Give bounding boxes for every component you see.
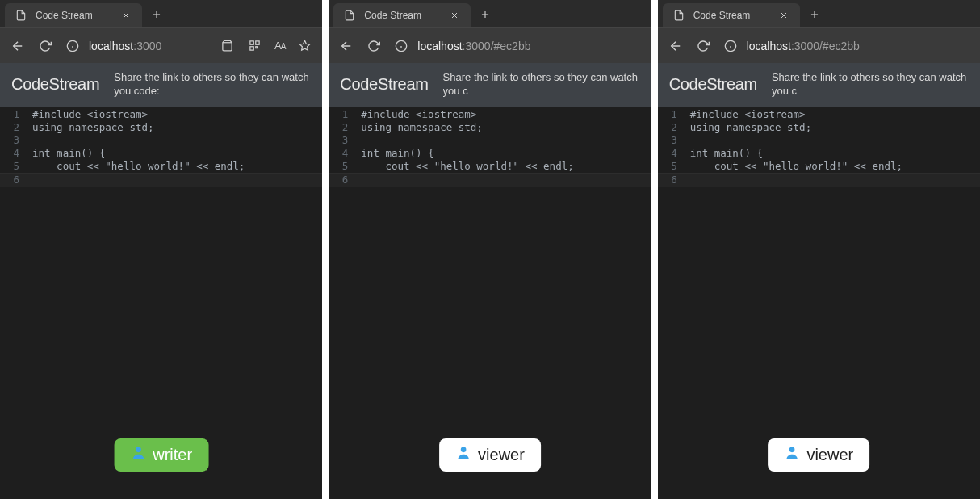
browser-tab[interactable]: Code Stream	[5, 3, 142, 27]
code-text: int main() {	[353, 147, 433, 160]
code-line: 5 cout << "hello world!" << endl;	[329, 160, 651, 173]
url-field[interactable]: localhost:3000	[65, 38, 208, 54]
code-line: 4int main() {	[658, 147, 980, 160]
site-info-icon[interactable]	[722, 38, 739, 54]
tab-bar: Code Stream	[329, 0, 651, 27]
reload-button[interactable]	[366, 38, 382, 54]
new-tab-button[interactable]	[806, 6, 823, 23]
line-number: 2	[329, 121, 353, 134]
address-bar: localhost:3000/#ec2bb AA	[329, 27, 651, 63]
code-line: 3	[329, 134, 651, 147]
line-number: 4	[0, 147, 24, 160]
code-text: #include <iostream>	[682, 108, 806, 121]
reload-button[interactable]	[695, 38, 711, 54]
code-text: int main() {	[24, 147, 105, 160]
line-number: 2	[0, 121, 24, 134]
new-tab-button[interactable]	[477, 6, 493, 23]
favorite-icon[interactable]	[296, 38, 312, 54]
app-tagline: Share the link to others so they can wat…	[114, 71, 311, 99]
new-tab-button[interactable]	[149, 6, 165, 23]
role-badge: writer	[114, 438, 208, 472]
url-host: localhost	[747, 40, 791, 52]
code-text: using namespace std;	[682, 121, 812, 134]
back-button[interactable]	[668, 38, 684, 54]
role-label: viewer	[806, 446, 853, 464]
code-line: 6	[658, 173, 980, 187]
code-line: 3	[0, 134, 322, 147]
role-label: writer	[153, 446, 192, 464]
line-number: 2	[658, 121, 682, 134]
back-button[interactable]	[338, 38, 354, 54]
close-icon[interactable]	[776, 7, 792, 23]
close-icon[interactable]	[118, 7, 134, 23]
browser-tab[interactable]: Code Stream	[333, 3, 471, 27]
code-line: 4int main() {	[329, 147, 651, 160]
code-line: 6	[329, 173, 651, 187]
code-text: cout << "hello world!" << endl;	[682, 160, 903, 173]
person-icon	[455, 445, 471, 465]
code-text: cout << "hello world!" << endl;	[353, 160, 573, 173]
line-number: 6	[0, 174, 24, 187]
file-icon	[671, 7, 687, 23]
code-line: 3	[658, 134, 980, 147]
code-line: 4int main() {	[0, 147, 322, 160]
line-number: 4	[329, 147, 353, 160]
line-number: 3	[329, 134, 353, 147]
browser-tab[interactable]: Code Stream	[663, 3, 800, 27]
file-icon	[13, 7, 29, 23]
address-bar: localhost:3000 AA	[0, 27, 322, 63]
line-number: 6	[329, 174, 353, 187]
url-field[interactable]: localhost:3000/#ec2bb	[722, 38, 970, 54]
code-line: 1#include <iostream>	[329, 108, 651, 121]
app-header: CodeStream Share the link to others so t…	[329, 63, 651, 107]
code-line: 2using namespace std;	[658, 121, 980, 134]
tab-title: Code Stream	[36, 10, 93, 21]
line-number: 5	[329, 160, 353, 173]
app-logo: CodeStream	[669, 75, 757, 94]
role-badge: viewer	[439, 438, 541, 472]
shopping-icon[interactable]	[220, 38, 236, 54]
app-header: CodeStream Share the link to others so t…	[658, 63, 980, 107]
back-button[interactable]	[10, 38, 26, 54]
role-badge: viewer	[768, 438, 869, 472]
url-rest: :3000/#ec2bb	[791, 40, 860, 52]
url-host: localhost	[89, 40, 133, 52]
browser-window: Code Stream localhost:3000 AA CodeStream…	[0, 0, 322, 499]
line-number: 3	[658, 134, 682, 147]
reader-mode-icon[interactable]: AA	[274, 40, 285, 52]
code-text: #include <iostream>	[353, 108, 476, 121]
url-rest: :3000/#ec2bb	[463, 40, 531, 52]
line-number: 1	[0, 108, 24, 121]
person-icon	[784, 445, 800, 465]
app-logo: CodeStream	[340, 75, 428, 94]
tab-bar: Code Stream	[658, 0, 980, 27]
app-tagline: Share the link to others so they can wat…	[772, 71, 969, 99]
svg-point-29	[461, 447, 467, 453]
site-info-icon[interactable]	[393, 38, 409, 54]
line-number: 1	[329, 108, 353, 121]
svg-rect-11	[250, 47, 253, 50]
svg-rect-9	[250, 41, 253, 44]
code-text: int main() {	[682, 147, 763, 160]
reload-button[interactable]	[37, 38, 53, 54]
code-text: #include <iostream>	[24, 108, 148, 121]
url-field[interactable]: localhost:3000/#ec2bb	[393, 38, 641, 54]
close-icon[interactable]	[446, 7, 463, 23]
app-tagline: Share the link to others so they can wat…	[443, 71, 640, 99]
url-rest: :3000	[133, 40, 161, 52]
tab-title: Code Stream	[364, 10, 421, 21]
file-icon	[341, 7, 358, 23]
line-number: 4	[658, 147, 682, 160]
code-line: 6	[0, 173, 322, 187]
address-bar: localhost:3000/#ec2bb AA	[658, 27, 980, 63]
site-info-icon[interactable]	[65, 38, 81, 54]
svg-point-44	[789, 447, 795, 453]
url-host: localhost	[417, 40, 462, 52]
browser-window: Code Stream localhost:3000/#ec2bb AA Cod…	[329, 0, 651, 499]
code-text: using namespace std;	[353, 121, 483, 134]
code-line: 5 cout << "hello world!" << endl;	[658, 160, 980, 173]
qr-icon[interactable]	[247, 38, 263, 54]
svg-point-14	[136, 447, 141, 453]
code-line: 5 cout << "hello world!" << endl;	[0, 160, 322, 173]
code-text: cout << "hello world!" << endl;	[24, 160, 245, 173]
